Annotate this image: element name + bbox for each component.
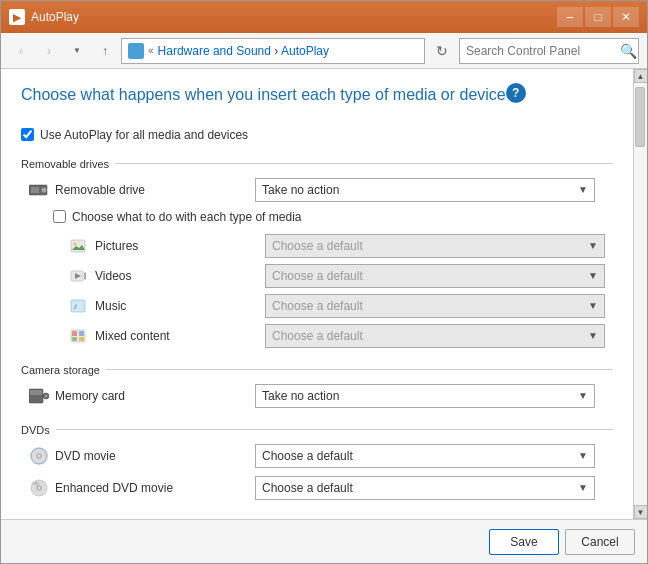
svg-point-2 — [42, 187, 47, 192]
autoplay-window: ▶ AutoPlay – □ ✕ ‹ › ▼ ↑ « Hardware and … — [0, 0, 648, 564]
svg-rect-15 — [79, 337, 84, 341]
forward-button[interactable]: › — [37, 39, 61, 63]
svg-point-26 — [38, 487, 40, 489]
videos-icon — [69, 267, 87, 285]
autoplay-checkbox[interactable] — [21, 128, 34, 141]
music-row: ♪ Music Choose a default ▼ — [53, 294, 613, 318]
pictures-row: Pictures Choose a default ▼ — [53, 234, 613, 258]
address-box[interactable]: « Hardware and Sound › AutoPlay — [121, 38, 425, 64]
videos-select: Choose a default ▼ — [265, 264, 605, 288]
search-icon: 🔍 — [620, 43, 637, 59]
back-button[interactable]: ‹ — [9, 39, 33, 63]
maximize-button[interactable]: □ — [585, 7, 611, 27]
camera-section: Camera storage Memory card Take no actio… — [21, 364, 613, 408]
memory-card-row: Memory card Take no action ▼ — [21, 384, 613, 408]
help-button[interactable]: ? — [506, 83, 526, 103]
camera-section-label: Camera storage — [21, 364, 613, 376]
title-bar-left: ▶ AutoPlay — [9, 9, 79, 25]
address-chevrons: « — [148, 45, 154, 56]
dvd-movie-row: DVD movie Choose a default ▼ — [21, 444, 613, 468]
page-title: Choose what happens when you insert each… — [21, 85, 506, 106]
close-button[interactable]: ✕ — [613, 7, 639, 27]
title-bar: ▶ AutoPlay – □ ✕ — [1, 1, 647, 33]
media-type-checkbox-row: Choose what to do with each type of medi… — [53, 210, 613, 224]
window-controls: – □ ✕ — [557, 7, 639, 27]
memory-card-icon — [29, 388, 49, 404]
music-select: Choose a default ▼ — [265, 294, 605, 318]
removable-section-label: Removable drives — [21, 158, 613, 170]
svg-marker-7 — [84, 272, 86, 280]
videos-row: Videos Choose a default ▼ — [53, 264, 613, 288]
content-area: Choose what happens when you insert each… — [1, 69, 647, 519]
media-type-label[interactable]: Choose what to do with each type of medi… — [72, 210, 301, 224]
pictures-select: Choose a default ▼ — [265, 234, 605, 258]
autoplay-checkbox-row: Use AutoPlay for all media and devices — [21, 128, 613, 142]
mixed-name: Mixed content — [95, 329, 265, 343]
svg-point-4 — [74, 242, 77, 245]
refresh-button[interactable]: ↻ — [429, 38, 455, 64]
removable-drive-dropdown-arrow: ▼ — [578, 184, 588, 195]
search-input[interactable] — [466, 44, 616, 58]
up-button[interactable]: ↑ — [93, 39, 117, 63]
search-box: 🔍 — [459, 38, 639, 64]
svg-rect-17 — [30, 390, 42, 395]
footer: Save Cancel — [1, 519, 647, 563]
address-path: Hardware and Sound › AutoPlay — [158, 44, 329, 58]
memory-card-name: Memory card — [55, 389, 255, 403]
enhanced-dvd-row: HD Enhanced DVD movie Choose a default ▼ — [21, 476, 613, 500]
removable-drive-row: Removable drive Take no action ▼ — [21, 178, 613, 202]
recent-button[interactable]: ▼ — [65, 39, 89, 63]
removable-drive-name: Removable drive — [55, 183, 255, 197]
scroll-track — [634, 83, 647, 505]
removable-drive-select[interactable]: Take no action ▼ — [255, 178, 595, 202]
memory-card-select[interactable]: Take no action ▼ — [255, 384, 595, 408]
enhanced-dvd-name: Enhanced DVD movie — [55, 481, 255, 495]
pictures-icon — [69, 237, 87, 255]
minimize-button[interactable]: – — [557, 7, 583, 27]
scroll-down-button[interactable]: ▼ — [634, 505, 648, 519]
address-bar: « Hardware and Sound › AutoPlay ↻ — [121, 38, 455, 64]
page-header: Choose what happens when you insert each… — [21, 85, 613, 118]
pictures-dropdown-arrow: ▼ — [588, 240, 598, 251]
removable-drive-icon — [29, 182, 49, 198]
music-dropdown-arrow: ▼ — [588, 300, 598, 311]
dvd-movie-icon — [29, 448, 49, 464]
svg-text:♪: ♪ — [73, 301, 78, 311]
pictures-name: Pictures — [95, 239, 265, 253]
scroll-thumb[interactable] — [635, 87, 645, 147]
svg-rect-3 — [71, 240, 85, 252]
main-content: Choose what happens when you insert each… — [1, 69, 633, 519]
videos-name: Videos — [95, 269, 265, 283]
enhanced-dvd-dropdown-arrow: ▼ — [578, 482, 588, 493]
dvd-movie-name: DVD movie — [55, 449, 255, 463]
dvds-section: DVDs DVD movie Choose a default — [21, 424, 613, 500]
removable-section: Removable drives Removable drive Take no… — [21, 158, 613, 348]
memory-card-dropdown-arrow: ▼ — [578, 390, 588, 401]
svg-point-19 — [45, 394, 48, 397]
music-name: Music — [95, 299, 265, 313]
videos-dropdown-arrow: ▼ — [588, 270, 598, 281]
mixed-icon — [69, 327, 87, 345]
mixed-dropdown-arrow: ▼ — [588, 330, 598, 341]
window-title: AutoPlay — [31, 10, 79, 24]
address-autoplay-link[interactable]: AutoPlay — [281, 44, 329, 58]
nav-bar: ‹ › ▼ ↑ « Hardware and Sound › AutoPlay … — [1, 33, 647, 69]
svg-rect-13 — [79, 331, 84, 336]
svg-text:HD: HD — [33, 481, 39, 486]
svg-rect-14 — [72, 337, 77, 341]
dvd-movie-select[interactable]: Choose a default ▼ — [255, 444, 595, 468]
enhanced-dvd-icon: HD — [29, 480, 49, 496]
autoplay-checkbox-label[interactable]: Use AutoPlay for all media and devices — [40, 128, 248, 142]
address-hardware-link[interactable]: Hardware and Sound — [158, 44, 271, 58]
mixed-select: Choose a default ▼ — [265, 324, 605, 348]
window-icon: ▶ — [9, 9, 25, 25]
media-type-checkbox[interactable] — [53, 210, 66, 223]
svg-point-22 — [38, 455, 40, 457]
scroll-up-button[interactable]: ▲ — [634, 69, 648, 83]
save-button[interactable]: Save — [489, 529, 559, 555]
dvds-section-label: DVDs — [21, 424, 613, 436]
enhanced-dvd-select[interactable]: Choose a default ▼ — [255, 476, 595, 500]
address-bar-icon — [128, 43, 144, 59]
cancel-button[interactable]: Cancel — [565, 529, 635, 555]
mixed-row: Mixed content Choose a default ▼ — [53, 324, 613, 348]
